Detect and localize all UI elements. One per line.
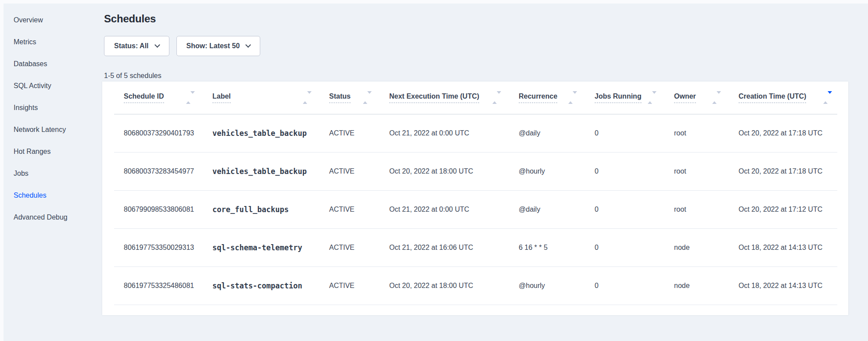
column-label: Jobs Running	[595, 92, 642, 103]
cell-jobs-running: 0	[595, 114, 674, 152]
sidebar-item-overview[interactable]: Overview	[4, 9, 102, 31]
sidebar-item-hot-ranges[interactable]: Hot Ranges	[4, 141, 102, 163]
sort-icon[interactable]	[648, 94, 656, 102]
cell-schedule-id: 806799098533806081	[114, 190, 212, 228]
cell-schedule-id: 806197753350029313	[114, 228, 212, 266]
column-header-inner: Schedule ID	[114, 92, 212, 103]
column-header-inner: Status	[329, 92, 389, 103]
sidebar-item-label: Schedules	[14, 192, 47, 199]
table-row: 806799098533806081core_full_backupsACTIV…	[114, 190, 837, 228]
column-header-status[interactable]: Status	[329, 82, 389, 114]
cell-creation-time: Oct 20, 2022 at 17:12 UTC	[739, 190, 837, 228]
column-label: Next Execution Time (UTC)	[389, 92, 479, 103]
column-header-next-execution[interactable]: Next Execution Time (UTC)	[389, 82, 519, 114]
sort-down-arrow-icon	[497, 91, 501, 101]
cell-status: ACTIVE	[329, 114, 389, 152]
column-header-owner[interactable]: Owner	[674, 82, 739, 114]
column-header-inner: Next Execution Time (UTC)	[389, 92, 519, 103]
sidebar-item-network-latency[interactable]: Network Latency	[4, 119, 102, 141]
sidebar-item-advanced-debug[interactable]: Advanced Debug	[4, 206, 102, 228]
column-header-inner: Creation Time (UTC)	[739, 92, 837, 103]
column-label: Label	[212, 92, 231, 103]
sidebar-item-databases[interactable]: Databases	[4, 53, 102, 75]
column-header-label[interactable]: Label	[212, 82, 329, 114]
status-filter-dropdown[interactable]: Status: All	[104, 36, 169, 56]
sort-icon[interactable]	[363, 94, 372, 102]
cell-status: ACTIVE	[329, 266, 389, 305]
cell-recurrence: @hourly	[519, 152, 595, 190]
column-label: Creation Time (UTC)	[739, 92, 806, 103]
cell-recurrence: 6 16 * * 5	[519, 228, 595, 266]
status-filter-label: Status: All	[114, 42, 149, 50]
cell-label: vehicles_table_backup	[212, 152, 329, 190]
sort-icon[interactable]	[823, 94, 832, 102]
column-label: Schedule ID	[124, 92, 164, 103]
cell-status: ACTIVE	[329, 228, 389, 266]
cell-label: sql-schema-telemetry	[212, 228, 329, 266]
sort-up-arrow-icon	[712, 94, 717, 104]
cell-jobs-running: 0	[595, 152, 674, 190]
sort-down-arrow-icon	[652, 91, 656, 101]
sort-down-arrow-icon	[573, 91, 577, 101]
sort-down-arrow-icon	[717, 91, 721, 101]
table-row: 806800373283454977vehicles_table_backupA…	[114, 152, 837, 190]
column-header-jobs-running[interactable]: Jobs Running	[595, 82, 674, 114]
schedules-table: Schedule IDLabelStatusNext Execution Tim…	[114, 82, 837, 305]
sort-up-arrow-icon	[363, 94, 367, 104]
cell-jobs-running: 0	[595, 266, 674, 305]
sidebar-item-label: Network Latency	[14, 126, 66, 134]
cell-label: vehicles_table_backup	[212, 114, 329, 152]
sort-icon[interactable]	[712, 94, 721, 102]
column-label: Owner	[674, 92, 696, 103]
sidebar-item-schedules[interactable]: Schedules	[4, 185, 102, 206]
column-header-creation-time[interactable]: Creation Time (UTC)	[739, 82, 837, 114]
column-header-inner: Recurrence	[519, 92, 595, 103]
sidebar-item-metrics[interactable]: Metrics	[4, 31, 102, 53]
sidebar: OverviewMetricsDatabasesSQL ActivityInsi…	[4, 4, 102, 228]
cell-creation-time: Oct 20, 2022 at 17:18 UTC	[739, 152, 837, 190]
cell-recurrence: @daily	[519, 114, 595, 152]
sort-up-arrow-icon	[492, 94, 497, 104]
cell-recurrence: @daily	[519, 190, 595, 228]
sort-icon[interactable]	[303, 94, 312, 102]
app-canvas: OverviewMetricsDatabasesSQL ActivityInsi…	[4, 4, 868, 341]
cell-owner: node	[674, 266, 739, 305]
cell-creation-time: Oct 20, 2022 at 17:18 UTC	[739, 114, 837, 152]
cell-next-execution: Oct 20, 2022 at 18:00 UTC	[389, 152, 519, 190]
column-header-schedule-id[interactable]: Schedule ID	[114, 82, 212, 114]
sidebar-item-label: Overview	[14, 16, 43, 24]
sidebar-item-insights[interactable]: Insights	[4, 97, 102, 119]
sort-up-arrow-icon	[823, 94, 828, 104]
sort-down-arrow-icon	[828, 91, 832, 101]
sort-down-arrow-icon	[190, 91, 195, 101]
sidebar-item-label: Advanced Debug	[14, 213, 68, 221]
cell-schedule-id: 806197753325486081	[114, 266, 212, 305]
sidebar-nav-list: OverviewMetricsDatabasesSQL ActivityInsi…	[4, 9, 102, 228]
sidebar-item-label: SQL Activity	[14, 82, 51, 90]
cell-schedule-id: 806800373290401793	[114, 114, 212, 152]
column-header-recurrence[interactable]: Recurrence	[519, 82, 595, 114]
page-title: Schedules	[104, 12, 868, 25]
column-header-inner: Owner	[674, 92, 739, 103]
sort-icon[interactable]	[568, 94, 577, 102]
sidebar-item-sql-activity[interactable]: SQL Activity	[4, 75, 102, 97]
sort-icon[interactable]	[492, 94, 501, 102]
sidebar-item-label: Jobs	[14, 170, 29, 178]
main-content: Schedules Status: All Show: Latest 50 1-…	[102, 4, 868, 315]
cell-jobs-running: 0	[595, 190, 674, 228]
cell-next-execution: Oct 21, 2022 at 16:06 UTC	[389, 228, 519, 266]
sort-icon[interactable]	[186, 94, 195, 102]
sort-up-arrow-icon	[186, 94, 190, 104]
cell-schedule-id: 806800373283454977	[114, 152, 212, 190]
sort-up-arrow-icon	[303, 94, 307, 104]
column-header-inner: Label	[212, 92, 329, 103]
cell-owner: root	[674, 190, 739, 228]
sidebar-item-label: Insights	[14, 104, 38, 112]
filter-bar: Status: All Show: Latest 50	[104, 36, 868, 56]
chevron-down-icon	[154, 42, 160, 48]
cell-next-execution: Oct 21, 2022 at 0:00 UTC	[389, 190, 519, 228]
schedules-page: OverviewMetricsDatabasesSQL ActivityInsi…	[0, 0, 868, 341]
show-filter-dropdown[interactable]: Show: Latest 50	[176, 36, 261, 56]
sidebar-item-label: Metrics	[14, 38, 36, 46]
sidebar-item-jobs[interactable]: Jobs	[4, 163, 102, 185]
